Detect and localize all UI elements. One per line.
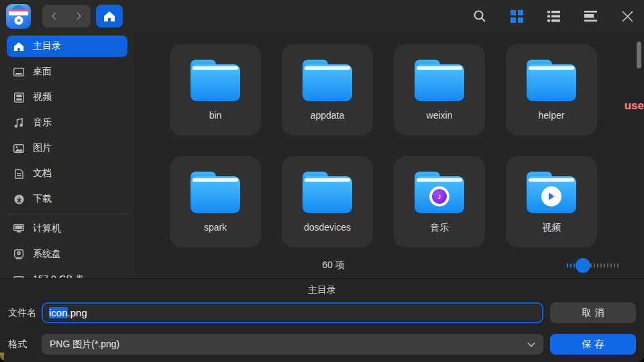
vertical-scrollbar[interactable]	[637, 42, 641, 68]
sidebar-item-label: 157.9 GB 卷	[33, 274, 85, 278]
list-view-icon	[547, 11, 560, 22]
sidebar-item-label: 图片	[33, 142, 52, 154]
file-grid-area: bin appdata weixin helper spark dosdevic…	[134, 32, 644, 278]
filename-extension: .png	[68, 307, 87, 318]
sidebar-item-home[interactable]: 主目录	[7, 36, 127, 57]
home-button[interactable]	[96, 5, 123, 27]
folder-name: appdata	[311, 110, 345, 121]
sidebar-item-label: 视频	[33, 91, 52, 103]
sidebar-item-desktop[interactable]: 桌面	[7, 61, 127, 82]
folder-name: helper	[539, 110, 565, 121]
detail-view-icon	[584, 11, 597, 22]
film-icon	[13, 92, 24, 103]
icon-view-button[interactable]	[507, 7, 526, 25]
home-icon	[13, 41, 24, 52]
sidebar-item-music[interactable]: 音乐	[7, 112, 127, 133]
folder-tile-videos[interactable]: 视频	[506, 156, 597, 247]
sidebar-item-label: 主目录	[33, 40, 61, 52]
folder-name: weixin	[427, 110, 453, 121]
sidebar-item-computer[interactable]: 计算机	[7, 218, 127, 239]
format-row: 格式 PNG 图片(*.png) 保存	[8, 334, 636, 355]
folder-icon	[527, 60, 576, 101]
app-logo-icon	[6, 4, 31, 29]
folder-tile-helper[interactable]: helper	[506, 44, 597, 135]
search-icon	[473, 9, 486, 23]
folder-tile-bin[interactable]: bin	[170, 44, 261, 135]
selected-text: icon	[49, 307, 68, 318]
folder-name: 视频	[542, 222, 561, 234]
sidebar-item-label: 系统盘	[33, 248, 61, 260]
folder-grid: bin appdata weixin helper spark dosdevic…	[170, 44, 597, 247]
music-folder-icon: ♪	[415, 172, 464, 213]
folder-icon	[191, 60, 240, 101]
sidebar-item-volume[interactable]: 157.9 GB 卷	[7, 269, 127, 278]
toolbar	[0, 0, 644, 32]
close-button[interactable]	[618, 7, 637, 25]
document-icon	[13, 168, 24, 179]
folder-name: spark	[204, 222, 227, 233]
chevron-left-icon	[50, 12, 58, 20]
sidebar-item-videos[interactable]: 视频	[7, 86, 127, 108]
sidebar-item-label: 桌面	[33, 66, 52, 78]
disk-icon	[13, 249, 24, 259]
video-folder-icon	[527, 172, 576, 213]
folder-icon	[191, 172, 240, 213]
format-value: PNG 图片(*.png)	[50, 339, 119, 351]
folder-icon	[303, 60, 352, 101]
folder-tile-music[interactable]: ♪ 音乐	[394, 156, 485, 247]
folder-icon	[415, 60, 464, 101]
save-panel: 主目录 文件名 icon.png 取消 格式 PNG 图片(*.png) 保存	[0, 278, 644, 362]
folder-icon	[303, 172, 352, 213]
search-button[interactable]	[470, 7, 489, 25]
detail-view-button[interactable]	[581, 7, 600, 25]
sidebar-item-downloads[interactable]: 下载	[7, 188, 127, 210]
download-icon	[13, 194, 24, 204]
forward-button[interactable]	[66, 5, 91, 27]
close-icon	[622, 11, 633, 22]
cancel-button[interactable]: 取消	[550, 302, 636, 323]
sidebar-item-pictures[interactable]: 图片	[7, 137, 127, 159]
background-artifact	[0, 353, 4, 360]
item-count: 60 项	[134, 259, 533, 272]
overlay-artifact-text: use	[625, 99, 644, 113]
chevron-right-icon	[74, 12, 83, 20]
sidebar-item-label: 下载	[33, 193, 52, 205]
music-badge-icon: ♪	[429, 186, 449, 206]
sidebar-item-system-disk[interactable]: 系统盘	[7, 243, 127, 265]
nav-button-group	[42, 5, 91, 27]
folder-tile-dosdevices[interactable]: dosdevices	[282, 156, 373, 247]
file-manager-save-dialog: 主目录 桌面 视频 音乐 图片 文档 下载 计算机	[0, 0, 644, 362]
folder-tile-spark[interactable]: spark	[170, 156, 261, 247]
sidebar-item-label: 音乐	[33, 117, 52, 129]
format-label: 格式	[8, 339, 42, 351]
status-bar: 60 项	[134, 258, 644, 274]
filename-row: 文件名 icon.png 取消	[8, 302, 636, 323]
folder-name: bin	[209, 110, 222, 121]
chevron-down-icon	[527, 342, 535, 347]
sidebar-item-label: 计算机	[33, 223, 61, 235]
icon-size-slider[interactable]	[567, 258, 621, 273]
grid-view-icon	[511, 10, 523, 23]
picture-icon	[13, 143, 24, 154]
save-button[interactable]: 保存	[550, 334, 636, 355]
format-select[interactable]: PNG 图片(*.png)	[42, 334, 543, 355]
sidebar: 主目录 桌面 视频 音乐 图片 文档 下载 计算机	[0, 32, 134, 278]
sidebar-item-label: 文档	[33, 168, 52, 180]
list-view-button[interactable]	[544, 7, 563, 25]
filename-input[interactable]: icon.png	[42, 302, 543, 323]
folder-name: 音乐	[430, 222, 449, 234]
home-icon	[103, 11, 115, 22]
music-note-icon	[13, 117, 24, 128]
folder-tile-weixin[interactable]: weixin	[394, 44, 485, 135]
computer-icon	[13, 223, 24, 234]
desktop-icon	[13, 66, 24, 77]
folder-tile-appdata[interactable]: appdata	[282, 44, 373, 135]
folder-name: dosdevices	[304, 222, 351, 233]
sidebar-divider	[7, 214, 127, 215]
slider-thumb[interactable]	[576, 258, 590, 273]
current-location: 主目录	[0, 284, 644, 296]
play-badge-icon	[541, 186, 561, 206]
filename-label: 文件名	[8, 307, 42, 319]
back-button[interactable]	[42, 5, 66, 27]
sidebar-item-documents[interactable]: 文档	[7, 163, 127, 184]
